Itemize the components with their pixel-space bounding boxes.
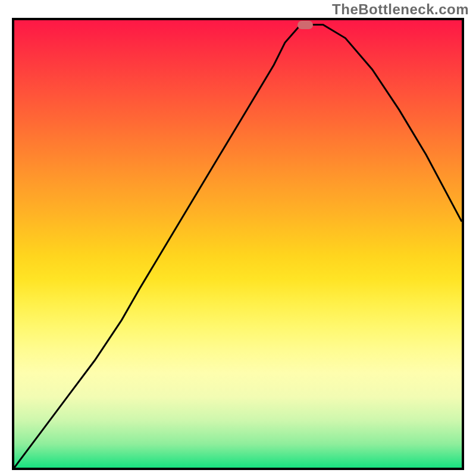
- plot-area: [12, 18, 464, 470]
- chart-frame: TheBottleneck.com: [0, 0, 476, 476]
- highlight-marker: [298, 21, 313, 29]
- curve-path: [14, 25, 462, 468]
- watermark-label: TheBottleneck.com: [332, 1, 469, 18]
- curve-svg: [14, 20, 462, 468]
